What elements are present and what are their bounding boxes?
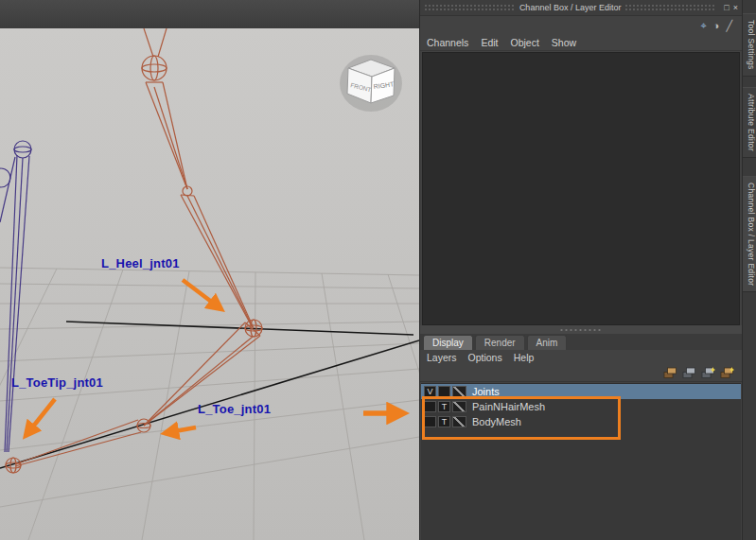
- tab-anim[interactable]: Anim: [527, 335, 568, 350]
- hyperbolic-slider-icon[interactable]: ◑: [713, 21, 720, 31]
- menu-edit[interactable]: Edit: [481, 37, 498, 48]
- layer-editor-menubar: Layers Options Help: [420, 350, 742, 365]
- viewport-panel: FRONT RIGHT L_Heel_jnt01 L_ToeTip_jnt01 …: [0, 0, 419, 540]
- arrow-to-toe-joint: [165, 427, 196, 433]
- menu-options[interactable]: Options: [468, 352, 502, 363]
- titlebar-grip-left: [424, 4, 516, 11]
- viewport-menubar: [0, 0, 419, 29]
- menu-show[interactable]: Show: [552, 37, 576, 48]
- grid-axes: [0, 322, 419, 468]
- layer-editor-tabs: Display Render Anim: [420, 334, 742, 350]
- panel-splitter[interactable]: [420, 325, 742, 334]
- show-manipulator-icon[interactable]: ⌖: [701, 21, 707, 31]
- slider-speed-icon[interactable]: ╱: [726, 21, 732, 31]
- menu-object[interactable]: Object: [510, 37, 538, 48]
- tab-attribute-editor[interactable]: Attribute Editor: [743, 87, 756, 158]
- channel-box-layer-editor: Channel Box / Layer Editor □ × ⌖ ◑ ╱ Cha…: [419, 0, 742, 540]
- scene-svg: FRONT RIGHT: [0, 28, 419, 540]
- arrow-to-toetip-joint: [26, 399, 55, 436]
- panel-title: Channel Box / Layer Editor: [519, 3, 622, 12]
- annotation-highlight-rect: [422, 396, 621, 440]
- menu-channels[interactable]: Channels: [427, 37, 468, 48]
- sidebar-tabs: Tool Settings Attribute Editor Channel B…: [742, 0, 756, 540]
- maya-workspace: FRONT RIGHT L_Heel_jnt01 L_ToeTip_jnt01 …: [0, 0, 756, 540]
- menu-layers[interactable]: Layers: [427, 352, 457, 363]
- select-objects-in-layer-icon[interactable]: [663, 367, 677, 379]
- viewport-canvas[interactable]: FRONT RIGHT L_Heel_jnt01 L_ToeTip_jnt01 …: [0, 28, 419, 540]
- arrow-to-heel-joint: [183, 280, 221, 309]
- undock-icon[interactable]: □: [724, 4, 729, 12]
- panel-titlebar[interactable]: Channel Box / Layer Editor □ ×: [420, 0, 742, 16]
- annotation-heel-label: L_Heel_jnt01: [101, 256, 180, 270]
- tab-render[interactable]: Render: [475, 335, 525, 350]
- tab-display[interactable]: Display: [423, 335, 473, 350]
- layer-toolbar: [420, 365, 742, 382]
- annotation-toetip-label: L_ToeTip_jnt01: [11, 375, 103, 390]
- channelbox-content: [422, 52, 740, 325]
- tab-tool-settings[interactable]: Tool Settings: [743, 13, 756, 77]
- annotation-toe-label: L_Toe_jnt01: [198, 402, 271, 416]
- view-cube[interactable]: FRONT RIGHT: [340, 55, 402, 112]
- menu-help[interactable]: Help: [514, 352, 535, 363]
- move-selected-to-layer-icon[interactable]: [682, 367, 696, 379]
- splitter-grip: [559, 328, 603, 332]
- tab-channel-box-layer-editor[interactable]: Channel Box / Layer Editor: [743, 176, 756, 292]
- channelbox-toolbar: ⌖ ◑ ╱: [420, 16, 742, 35]
- skeleton-left-purple: [0, 141, 31, 452]
- create-empty-layer-icon[interactable]: [701, 367, 715, 379]
- window-controls: □ ×: [724, 4, 738, 12]
- titlebar-grip-right: [624, 4, 716, 11]
- channelbox-menubar: Channels Edit Object Show: [420, 35, 742, 51]
- create-layer-from-selected-icon[interactable]: [720, 367, 734, 379]
- close-icon[interactable]: ×: [733, 4, 738, 12]
